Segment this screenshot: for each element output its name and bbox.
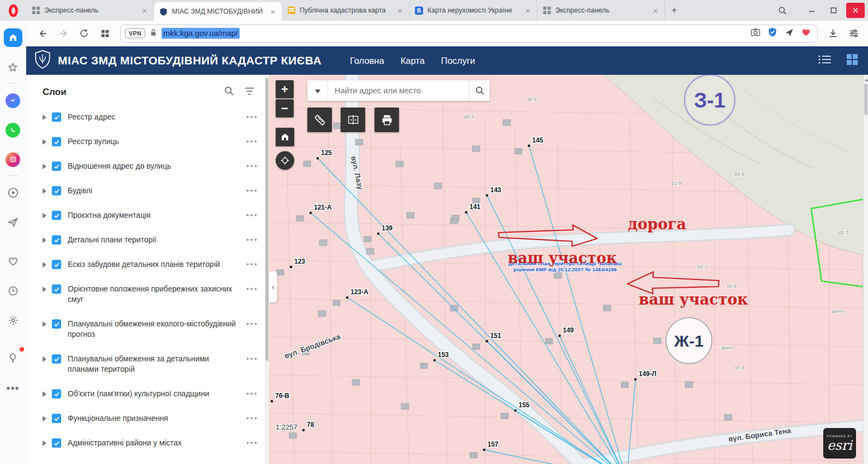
tab-close-button[interactable]: × <box>651 5 660 16</box>
layer-checkbox[interactable] <box>52 354 61 364</box>
nav-map-link[interactable]: Карта <box>401 56 425 66</box>
expand-arrow-icon[interactable] <box>43 287 46 292</box>
settings-gear-icon[interactable] <box>4 311 22 330</box>
close-window-button[interactable] <box>846 3 865 18</box>
scroll-up-arrow-icon[interactable] <box>865 77 868 81</box>
layer-menu-button[interactable]: ●●● <box>246 212 258 218</box>
history-clock-icon[interactable] <box>4 282 22 300</box>
forward-button[interactable] <box>55 25 72 42</box>
tab-realestate-map[interactable]: B Карта нерухомості України × <box>409 0 537 21</box>
home-extent-button[interactable] <box>276 128 294 146</box>
print-tool-button[interactable] <box>374 108 399 132</box>
layer-checkbox[interactable] <box>52 235 61 245</box>
sidebar-more-button[interactable]: ••• <box>6 382 19 395</box>
layer-checkbox[interactable] <box>52 112 61 122</box>
expand-arrow-icon[interactable] <box>43 322 46 327</box>
tab-close-button[interactable]: × <box>395 5 405 16</box>
layer-checkbox[interactable] <box>52 319 61 329</box>
layer-checkbox[interactable] <box>52 389 61 398</box>
panel-collapse-button[interactable]: ‹ <box>269 271 277 302</box>
measure-tool-button[interactable] <box>307 108 332 132</box>
back-button[interactable] <box>34 25 51 42</box>
layer-checkbox[interactable] <box>52 162 61 171</box>
easy-setup-sliders-icon[interactable] <box>845 25 863 42</box>
vpn-badge[interactable]: VPN <box>125 28 145 38</box>
layer-checkbox[interactable] <box>52 414 61 423</box>
tab-cadastral-map[interactable]: Публічна кадастрова карта × <box>282 0 409 21</box>
zoom-out-button[interactable]: − <box>276 99 294 117</box>
minimize-button[interactable] <box>802 3 821 18</box>
layer-menu-button[interactable]: ●●● <box>246 139 258 144</box>
layer-checkbox[interactable] <box>52 186 61 195</box>
expand-arrow-icon[interactable] <box>43 391 46 397</box>
tips-lightbulb-icon[interactable] <box>4 348 22 367</box>
map-canvas[interactable]: 125145143141139121-А123123-А151149153149… <box>269 75 868 464</box>
map-search-button[interactable] <box>469 80 490 101</box>
telegram-plane-icon[interactable] <box>4 213 22 231</box>
expand-arrow-icon[interactable] <box>43 416 46 421</box>
expand-arrow-icon[interactable] <box>43 441 46 446</box>
new-tab-button[interactable]: + <box>665 0 683 21</box>
layer-checkbox[interactable] <box>52 438 61 448</box>
tab-speed-dial-2[interactable]: Экспресс-панель × <box>537 0 665 21</box>
opera-menu-button[interactable] <box>0 0 26 21</box>
layer-menu-button[interactable]: ●●● <box>246 237 258 242</box>
security-shield-icon[interactable] <box>768 27 777 39</box>
swipe-tool-button[interactable] <box>341 108 365 132</box>
layers-filter-icon[interactable] <box>244 86 255 98</box>
expand-arrow-icon[interactable] <box>43 139 46 145</box>
speed-dial-home-button[interactable] <box>4 28 22 47</box>
reload-button[interactable] <box>75 25 93 42</box>
layer-checkbox[interactable] <box>52 284 61 294</box>
downloads-button[interactable] <box>824 25 842 42</box>
favorites-heart-icon[interactable] <box>4 252 22 271</box>
expand-arrow-icon[interactable] <box>43 356 46 362</box>
snapshot-camera-icon[interactable] <box>751 28 760 39</box>
layer-menu-button[interactable]: ●●● <box>246 321 258 326</box>
layer-checkbox[interactable] <box>52 260 61 269</box>
page-scrollbar[interactable] <box>863 75 868 464</box>
my-flow-plane-icon[interactable] <box>784 28 794 39</box>
instagram-icon[interactable] <box>4 150 22 169</box>
expand-arrow-icon[interactable] <box>43 164 46 169</box>
panel-scrollbar-thumb[interactable] <box>265 78 269 361</box>
address-bar[interactable]: VPN mkk.kga.gov.ua/map/ <box>120 25 818 43</box>
player-icon[interactable] <box>4 183 22 202</box>
panel-scrollbar[interactable] <box>265 75 269 464</box>
nav-services-link[interactable]: Послуги <box>441 56 475 66</box>
layer-menu-button[interactable]: ●●● <box>246 114 258 120</box>
url-text[interactable]: mkk.kga.gov.ua/map/ <box>162 28 240 39</box>
layer-menu-button[interactable]: ●●● <box>246 286 258 292</box>
tab-miac-kadastr[interactable]: МІАС ЗМД МІСТОБУДІВНИЙ × <box>154 2 282 21</box>
layer-menu-button[interactable]: ●●● <box>246 188 258 193</box>
tab-close-button[interactable]: × <box>268 7 277 17</box>
zoom-in-button[interactable]: + <box>276 80 294 98</box>
tab-close-button[interactable]: × <box>140 5 149 16</box>
tab-speed-dial-1[interactable]: Экспресс-панель × <box>26 0 154 21</box>
legend-list-icon[interactable] <box>818 54 832 67</box>
layer-checkbox[interactable] <box>52 137 61 146</box>
expand-arrow-icon[interactable] <box>43 213 46 218</box>
layer-menu-button[interactable]: ●●● <box>246 356 258 361</box>
maximize-button[interactable] <box>824 3 843 18</box>
speed-dial-shortcut-icon[interactable] <box>96 25 114 42</box>
layer-menu-button[interactable]: ●●● <box>246 391 258 396</box>
tab-close-button[interactable]: × <box>523 5 532 16</box>
search-source-dropdown[interactable] <box>307 80 328 101</box>
layer-menu-button[interactable]: ●●● <box>246 163 258 169</box>
layer-checkbox[interactable] <box>52 211 61 220</box>
tab-search-icon[interactable] <box>774 3 790 18</box>
map-search-input[interactable] <box>328 80 469 101</box>
my-location-button[interactable] <box>276 151 294 170</box>
expand-arrow-icon[interactable] <box>43 188 46 194</box>
bookmark-heart-icon[interactable] <box>801 28 811 39</box>
bookmarks-star-icon[interactable] <box>4 58 22 76</box>
layer-menu-button[interactable]: ●●● <box>246 415 258 421</box>
layers-search-icon[interactable] <box>224 86 234 98</box>
layer-menu-button[interactable]: ●●● <box>246 261 258 267</box>
apps-grid-icon[interactable] <box>846 53 858 68</box>
layer-menu-button[interactable]: ●●● <box>246 440 258 445</box>
expand-arrow-icon[interactable] <box>43 115 46 120</box>
expand-arrow-icon[interactable] <box>43 262 46 267</box>
messenger-icon[interactable] <box>4 91 22 110</box>
